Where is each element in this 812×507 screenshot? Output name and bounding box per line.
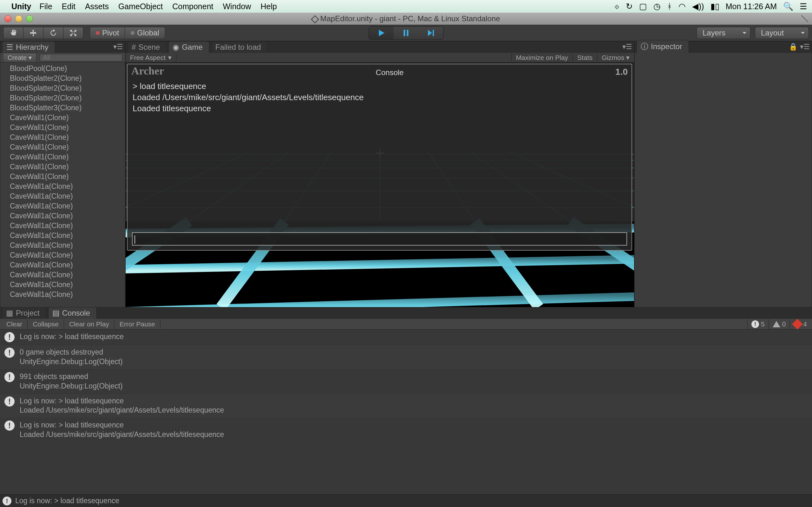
console-input[interactable]: [132, 232, 627, 245]
inspector-panel: ⓘ Inspector 🔒▾☰: [635, 41, 812, 307]
play-button[interactable]: [369, 26, 394, 39]
sync-icon[interactable]: ↻: [626, 2, 633, 11]
info-icon: !: [3, 497, 11, 505]
pause-button[interactable]: [394, 26, 418, 39]
menu-gameobject[interactable]: GameObject: [118, 2, 163, 11]
hierarchy-item[interactable]: CaveWall1a(Clone): [0, 290, 125, 299]
notification-icon[interactable]: ☰: [800, 2, 807, 11]
inspector-tab[interactable]: ⓘ Inspector: [637, 40, 689, 53]
zoom-window-button[interactable]: [26, 15, 33, 22]
dropbox-icon[interactable]: ⟐: [614, 2, 619, 11]
status-text: Log is now: > load titlesequence: [15, 497, 119, 505]
status-bar: ! Log is now: > load titlesequence: [0, 494, 812, 507]
close-window-button[interactable]: [4, 15, 11, 22]
hierarchy-item[interactable]: CaveWall1a(Clone): [0, 201, 125, 211]
menu-assets[interactable]: Assets: [85, 2, 109, 11]
clock[interactable]: Mon 11:26 AM: [726, 2, 777, 11]
battery-icon[interactable]: ▮▯: [711, 2, 719, 11]
hierarchy-item[interactable]: CaveWall1a(Clone): [0, 250, 125, 260]
menu-file[interactable]: File: [40, 2, 52, 11]
wifi-icon[interactable]: ◠: [678, 2, 686, 11]
hierarchy-item[interactable]: CaveWall1(Clone): [0, 162, 125, 172]
hierarchy-item[interactable]: CaveWall1a(Clone): [0, 270, 125, 280]
maximize-on-play-toggle[interactable]: Maximize on Play: [511, 54, 573, 61]
stats-toggle[interactable]: Stats: [572, 54, 597, 61]
bottom-panel: ▦ Project ▤ Console Clear Collapse Clear…: [0, 307, 812, 507]
console-entries[interactable]: !Log is now: > load titlesequence!0 game…: [0, 330, 812, 494]
hierarchy-item[interactable]: CaveWall1a(Clone): [0, 240, 125, 250]
console-entry[interactable]: !Log is now: > load titlesequenceLoaded …: [0, 394, 812, 418]
hierarchy-search[interactable]: [40, 54, 122, 61]
game-tab[interactable]: ◉ Game: [168, 41, 209, 53]
menu-help[interactable]: Help: [260, 2, 276, 11]
volume-icon[interactable]: ◀)): [692, 2, 704, 11]
scene-tab[interactable]: # Scene: [128, 41, 166, 53]
hierarchy-item[interactable]: CaveWall1(Clone): [0, 123, 125, 132]
hierarchy-item[interactable]: CaveWall1a(Clone): [0, 191, 125, 201]
error-icon: [792, 319, 803, 330]
scale-tool-button[interactable]: [63, 27, 84, 39]
layout-dropdown[interactable]: Layout: [755, 27, 809, 39]
hierarchy-item[interactable]: CaveWall1(Clone): [0, 172, 125, 181]
console-entry[interactable]: !Log is now: > load titlesequence: [0, 330, 812, 345]
pivot-toggle[interactable]: Pivot: [90, 27, 125, 39]
hierarchy-item[interactable]: BloodPool(Clone): [0, 64, 125, 73]
fullscreen-button[interactable]: [801, 15, 808, 22]
hierarchy-item[interactable]: CaveWall1(Clone): [0, 132, 125, 142]
hierarchy-item[interactable]: CaveWall1a(Clone): [0, 231, 125, 240]
hierarchy-item[interactable]: CaveWall1(Clone): [0, 152, 125, 162]
console-entry[interactable]: !0 game objects destroyedUnityEngine.Deb…: [0, 345, 812, 370]
menu-window[interactable]: Window: [223, 2, 251, 11]
hierarchy-item[interactable]: CaveWall1a(Clone): [0, 211, 125, 221]
console-log: > load titlesequenceLoaded /Users/mike/s…: [128, 78, 631, 117]
hierarchy-item[interactable]: CaveWall1(Clone): [0, 113, 125, 123]
spotlight-icon[interactable]: 🔍: [783, 2, 793, 11]
panel-menu-icon[interactable]: ▾☰: [622, 43, 632, 51]
hierarchy-item[interactable]: BloodSplatter2(Clone): [0, 73, 125, 83]
minimize-window-button[interactable]: [15, 15, 22, 22]
gizmos-toggle[interactable]: Gizmos ▾: [597, 54, 634, 61]
warn-filter[interactable]: 0: [768, 319, 790, 329]
menu-component[interactable]: Component: [172, 2, 213, 11]
hierarchy-item[interactable]: CaveWall1a(Clone): [0, 181, 125, 191]
clear-on-play-toggle[interactable]: Clear on Play: [64, 320, 114, 329]
console-entry[interactable]: !Log is now: > load titlesequenceLoaded …: [0, 418, 812, 442]
timemachine-icon[interactable]: ◷: [653, 2, 661, 11]
hierarchy-item[interactable]: BloodSplatter3(Clone): [0, 103, 125, 113]
clear-button[interactable]: Clear: [1, 320, 28, 329]
hierarchy-item[interactable]: CaveWall1(Clone): [0, 142, 125, 152]
airplay-icon[interactable]: ▢: [639, 2, 647, 11]
failed-tab[interactable]: Failed to load: [211, 41, 268, 53]
hierarchy-item[interactable]: CaveWall1a(Clone): [0, 260, 125, 270]
main-toolbar: Pivot Global Layers Layout: [0, 25, 812, 41]
warn-icon: [773, 317, 780, 327]
hierarchy-item[interactable]: CaveWall1a(Clone): [0, 221, 125, 231]
console-tab[interactable]: ▤ Console: [48, 307, 97, 319]
error-filter[interactable]: 4: [790, 319, 811, 329]
panel-menu-icon[interactable]: ▾☰: [800, 43, 810, 51]
hand-tool-button[interactable]: [3, 27, 23, 39]
hierarchy-item[interactable]: BloodSplatter2(Clone): [0, 83, 125, 93]
layers-dropdown[interactable]: Layers: [697, 27, 751, 39]
step-button[interactable]: [418, 26, 443, 39]
collapse-toggle[interactable]: Collapse: [28, 320, 64, 329]
menubar-app[interactable]: Unity: [11, 2, 32, 11]
create-button[interactable]: Create ▾: [3, 53, 37, 62]
game-view[interactable]: Archer Console 1.0 > load titlesequenceL…: [125, 62, 634, 307]
hierarchy-list[interactable]: BloodPool(Clone)BloodSplatter2(Clone)Blo…: [0, 62, 125, 307]
global-toggle[interactable]: Global: [125, 27, 165, 39]
panel-menu-icon[interactable]: ▾☰: [113, 43, 123, 51]
error-pause-toggle[interactable]: Error Pause: [114, 320, 160, 329]
console-entry[interactable]: !991 objects spawnedUnityEngine.Debug:Lo…: [0, 370, 812, 394]
bluetooth-icon[interactable]: ᚼ: [667, 2, 672, 11]
hierarchy-item[interactable]: CaveWall1a(Clone): [0, 280, 125, 290]
info-filter[interactable]: !5: [747, 319, 768, 329]
move-tool-button[interactable]: [23, 27, 44, 39]
aspect-dropdown[interactable]: Free Aspect ▾: [125, 54, 176, 61]
hierarchy-item[interactable]: BloodSplatter2(Clone): [0, 93, 125, 103]
lock-icon[interactable]: 🔒: [789, 43, 798, 51]
rotate-tool-button[interactable]: [44, 27, 63, 39]
project-tab[interactable]: ▦ Project: [2, 307, 46, 319]
menu-edit[interactable]: Edit: [62, 2, 75, 11]
hierarchy-tab[interactable]: ☰ Hierarchy: [2, 41, 55, 53]
